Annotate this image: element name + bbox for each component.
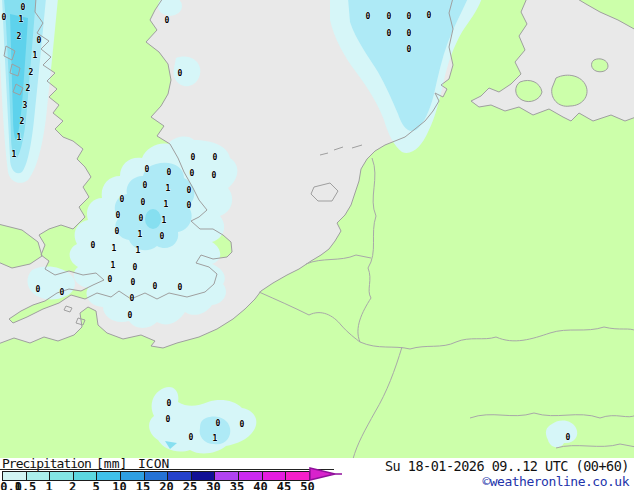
precip-value: 0 [130, 294, 135, 303]
precip-value: 0 [120, 195, 125, 204]
precip-value: 0 [36, 285, 41, 294]
precip-value: 0 [141, 198, 146, 207]
precip-value: 0 [116, 211, 121, 220]
precip-value: 3 [23, 101, 28, 110]
precip-value: 0 [190, 169, 195, 178]
arrow-head [310, 468, 335, 480]
scale-segment-2 [74, 472, 98, 480]
precip-value: 0 [165, 16, 170, 25]
precip-value: 0 [145, 165, 150, 174]
precip-value: 0 [387, 29, 392, 38]
copyright-link[interactable]: ©weatheronline.co.uk [482, 474, 629, 489]
precip-value: 0 [166, 415, 171, 424]
precip-value: 1 [111, 261, 116, 270]
precip-value: 0 [153, 282, 158, 291]
precip-value: 0 [189, 433, 194, 442]
precip-value: 1 [164, 200, 169, 209]
precip-value: 1 [112, 244, 117, 253]
weather-map-page: 0012012232110000000000000000100010001010… [0, 0, 634, 490]
precip-value: 0 [366, 12, 371, 21]
precip-value: 1 [136, 246, 141, 255]
precip-value: 0 [167, 399, 172, 408]
precip-value: 0 [2, 13, 7, 22]
precip-value: 0 [131, 278, 136, 287]
precip-value: 0 [212, 171, 217, 180]
precip-value: 1 [166, 184, 171, 193]
scale-tick-50: 50 [300, 480, 314, 490]
valid-time-label: Su 18-01-2026 09..12 UTC (00+60) [385, 458, 629, 474]
scale-tick-45: 45 [277, 480, 291, 490]
precip-value: 2 [20, 117, 25, 126]
scale-segment-20 [168, 472, 192, 480]
precip-value: 0 [566, 433, 571, 442]
precip-value: 0 [216, 419, 221, 428]
precip-value: 1 [12, 150, 17, 159]
scale-tick-0.5: 0.5 [15, 480, 37, 490]
precip-value: 1 [17, 133, 22, 142]
precip-value: 1 [19, 15, 24, 24]
precip-value: 0 [191, 153, 196, 162]
scale-segment-35 [239, 472, 263, 480]
precip-value: 0 [37, 36, 42, 45]
scale-tick-10: 10 [112, 480, 126, 490]
precip-value: 0 [167, 168, 172, 177]
precip-value: 0 [407, 45, 412, 54]
legend-bar: Precipitation [mm] ICON 0.10.51251015202… [0, 458, 634, 490]
scale-segment-5 [97, 472, 121, 480]
scale-tick-30: 30 [206, 480, 220, 490]
precip-value: 1 [213, 434, 218, 443]
precip-value: 0 [128, 311, 133, 320]
scale-segment-10 [121, 472, 145, 480]
precip-value: 0 [60, 288, 65, 297]
scale-tick-20: 20 [159, 480, 173, 490]
precip-value: 0 [91, 241, 96, 250]
scale-tick-1: 1 [45, 480, 52, 490]
precip-value: 0 [178, 283, 183, 292]
precipitation-map: 0012012232110000000000000000100010001010… [0, 0, 634, 458]
precip-value: 0 [427, 11, 432, 20]
precip-value: 2 [29, 68, 34, 77]
precip-value: 0 [240, 420, 245, 429]
scale-segment-40 [263, 472, 287, 480]
precip-value: 0 [115, 227, 120, 236]
scale-tick-15: 15 [136, 480, 150, 490]
legend-rule [0, 469, 334, 470]
precip-value: 0 [407, 29, 412, 38]
precip-value: 1 [138, 230, 143, 239]
precip-value: 2 [26, 84, 31, 93]
precip-value: 0 [139, 214, 144, 223]
scale-segment-45 [286, 472, 309, 480]
precip-value: 2 [17, 32, 22, 41]
scale-tick-labels: 0.10.5125101520253035404550 [0, 480, 340, 490]
scale-segment-15 [145, 472, 169, 480]
scale-tick-25: 25 [183, 480, 197, 490]
precip-value: 0 [108, 275, 113, 284]
precip-england-mid [145, 209, 161, 229]
precip-value: 0 [187, 201, 192, 210]
scale-segment-0.5 [27, 472, 51, 480]
precip-value: 0 [143, 181, 148, 190]
scale-segment-25 [192, 472, 216, 480]
precip-value: 0 [213, 153, 218, 162]
scale-segment-30 [215, 472, 239, 480]
precip-value: 0 [21, 3, 26, 12]
precip-value: 0 [178, 69, 183, 78]
scale-tick-35: 35 [230, 480, 244, 490]
precip-value: 0 [387, 12, 392, 21]
precip-value: 0 [187, 186, 192, 195]
precip-value: 0 [133, 263, 138, 272]
scale-tick-2: 2 [69, 480, 76, 490]
scale-segment-1 [50, 472, 74, 480]
precip-value: 1 [33, 51, 38, 60]
precip-value: 0 [160, 232, 165, 241]
precip-value: 0 [407, 12, 412, 21]
scale-tick-5: 5 [92, 480, 99, 490]
precip-value: 1 [162, 216, 167, 225]
scale-segment-0.1 [3, 472, 27, 480]
scale-tick-40: 40 [253, 480, 267, 490]
